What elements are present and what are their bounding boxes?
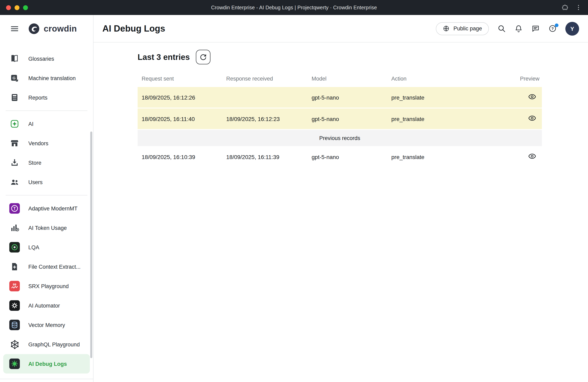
entries-heading: Last 3 entries [138,52,190,62]
search-icon[interactable] [497,24,506,33]
preview-eye-button[interactable] [527,113,537,124]
sidebar-item-label: SRX Playground [28,283,69,289]
maximize-window-button[interactable] [23,5,28,10]
cell-request-sent: 18/09/2025, 16:10:39 [142,154,226,160]
sidebar-item-label: Vector Memory [28,322,65,328]
svg-text:99: 99 [13,283,16,286]
sidebar-item-reports[interactable]: Reports [3,88,90,107]
sidebar-nav: Glossaries G Machine translation Reports [0,42,93,382]
sidebar-header: crowdin [0,15,93,42]
svg-text:T: T [13,206,16,211]
previous-records-row[interactable]: Previous records [138,130,542,146]
sidebar-divider [6,110,87,111]
window-title: Crowdin Enterprise - AI Debug Logs | Pro… [0,5,588,10]
sidebar-item-users[interactable]: Users [3,172,90,192]
ai-automator-icon [9,300,20,311]
page-content: Last 3 entries Request sent Response rec… [93,42,588,168]
preview-eye-button[interactable] [527,151,537,162]
extensions-icon[interactable] [562,4,568,11]
refresh-button[interactable] [196,50,210,64]
page-header: AI Debug Logs Public page [93,15,588,42]
store-icon [9,157,20,168]
cell-response-received: 18/09/2025, 16:12:23 [226,116,312,122]
sidebar-item-store[interactable]: Store [3,153,90,172]
sidebar-item-ai-debug-logs[interactable]: AI Debug Logs [3,354,90,374]
sidebar-item-label: Adaptive ModernMT [28,205,78,212]
sidebar: crowdin Glossaries G Machine translation [0,15,93,382]
cell-action: pre_translate [391,154,505,160]
debug-logs-table: Request sent Response received Model Act… [138,70,542,168]
page-title: AI Debug Logs [102,23,165,34]
sidebar-item-label: Machine translation [28,75,76,81]
messages-chat-icon[interactable] [531,24,540,33]
sidebar-item-file-context-extractor[interactable]: File Context Extract... [3,257,90,276]
sidebar-item-label: AI [28,121,34,127]
cell-response-received: 18/09/2025, 16:11:39 [226,154,312,160]
cell-model: gpt-5-nano [312,94,391,101]
cell-request-sent: 18/09/2025, 16:11:40 [142,116,226,122]
svg-text:?: ? [551,26,554,31]
sidebar-item-ai-automator[interactable]: AI Automator [3,296,90,315]
public-page-label: Public page [453,25,482,32]
table-header-row: Request sent Response received Model Act… [138,70,542,87]
vector-memory-icon [9,319,20,331]
sidebar-item-label: LQA [28,244,39,250]
window-controls [0,5,28,10]
srx-playground-icon: 99 [9,280,20,292]
sidebar-item-label: AI Automator [28,302,60,309]
sidebar-item-label: Reports [28,94,47,101]
machine-translation-icon: G [9,72,20,84]
sidebar-item-graphql-playground[interactable]: GraphQL Playground [3,335,90,354]
sidebar-item-vector-memory[interactable]: Vector Memory [3,315,90,335]
graphql-playground-icon [9,339,20,350]
cell-model: gpt-5-nano [312,154,391,160]
sidebar-divider [6,195,87,195]
sidebar-item-label: Store [28,160,42,166]
app-window: Crowdin Enterprise - AI Debug Logs | Pro… [0,0,588,382]
previous-records-label: Previous records [319,135,360,141]
adaptive-modernmt-icon: T [9,203,20,214]
sidebar-item-glossaries[interactable]: Glossaries [3,49,90,68]
cell-action: pre_translate [391,116,505,122]
public-page-button[interactable]: Public page [436,22,489,35]
sidebar-item-vendors[interactable]: Vendors [3,133,90,153]
help-icon[interactable]: ? [548,24,557,33]
sidebar-item-label: AI Debug Logs [28,361,67,367]
preview-eye-button[interactable] [527,92,537,103]
user-avatar[interactable]: Y [565,22,579,35]
sidebar-item-ai[interactable]: AI [3,114,90,133]
brand-wordmark: crowdin [44,24,77,34]
close-window-button[interactable] [6,5,11,10]
notification-dot [555,23,558,27]
sidebar-item-lqa[interactable]: LQA [3,237,90,257]
sidebar-item-ai-token-usage[interactable]: AI Token Usage [3,218,90,237]
ai-token-usage-icon [9,222,20,233]
window-titlebar: Crowdin Enterprise - AI Debug Logs | Pro… [0,0,588,15]
kebab-menu-icon[interactable] [575,4,582,11]
table-row: 18/09/2025, 16:11:40 18/09/2025, 16:12:2… [138,108,542,130]
sidebar-item-label: File Context Extract... [28,264,81,270]
file-context-extractor-icon [9,261,20,272]
cell-model: gpt-5-nano [312,116,391,122]
lqa-icon [9,242,20,253]
sidebar-item-label: Vendors [28,140,48,146]
sidebar-scrollbar[interactable] [90,131,92,358]
hamburger-menu-icon[interactable] [10,24,20,34]
notifications-bell-icon[interactable] [514,24,523,33]
crowdin-logo[interactable]: crowdin [28,23,77,35]
refresh-icon [199,53,207,61]
table-row: 18/09/2025, 16:10:39 18/09/2025, 16:11:3… [138,146,542,168]
header-actions: Public page ? Y [436,22,579,35]
minimize-window-button[interactable] [15,5,20,10]
ai-debug-logs-icon [9,358,20,369]
column-header-preview: Preview [505,75,542,82]
users-icon [9,176,20,188]
sidebar-item-srx-playground[interactable]: 99 SRX Playground [3,276,90,296]
cell-action: pre_translate [391,94,505,101]
column-header-action: Action [391,75,505,82]
sidebar-item-label: GraphQL Playground [28,341,80,347]
sidebar-item-machine-translation[interactable]: G Machine translation [3,68,90,88]
cell-request-sent: 18/09/2025, 16:12:26 [142,94,226,101]
column-header-model: Model [312,75,391,82]
sidebar-item-adaptive-modernmt[interactable]: T Adaptive ModernMT [3,199,90,218]
